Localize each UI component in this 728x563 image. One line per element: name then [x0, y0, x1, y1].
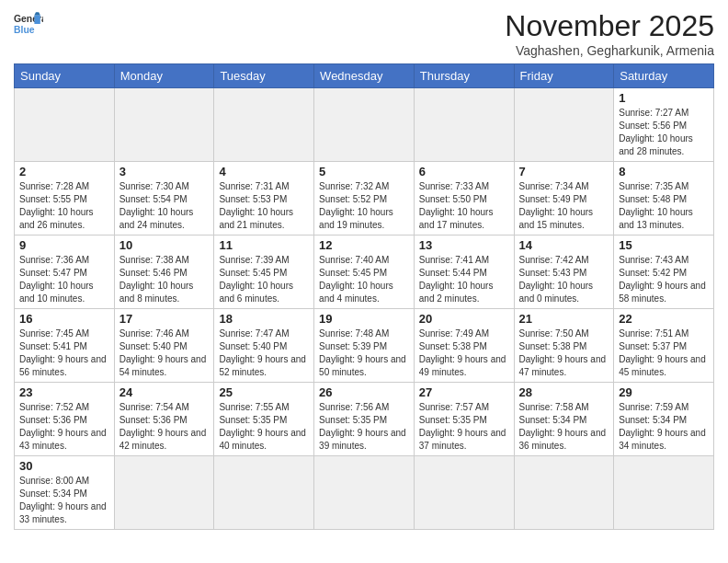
- day-number: 26: [319, 385, 409, 399]
- col-friday: Friday: [514, 64, 614, 88]
- day-number: 25: [219, 385, 309, 399]
- col-thursday: Thursday: [414, 64, 514, 88]
- day-info: Sunrise: 7:50 AM Sunset: 5:38 PM Dayligh…: [519, 327, 609, 379]
- day-info: Sunrise: 7:57 AM Sunset: 5:35 PM Dayligh…: [419, 401, 509, 453]
- calendar-day-cell: [15, 88, 115, 162]
- day-info: Sunrise: 7:58 AM Sunset: 5:34 PM Dayligh…: [519, 401, 609, 453]
- day-number: 28: [519, 385, 609, 399]
- calendar-day-cell: 30Sunrise: 8:00 AM Sunset: 5:34 PM Dayli…: [15, 456, 115, 530]
- day-number: 30: [19, 459, 109, 473]
- calendar-day-cell: 6Sunrise: 7:33 AM Sunset: 5:50 PM Daylig…: [414, 162, 514, 236]
- calendar-week-row: 9Sunrise: 7:36 AM Sunset: 5:47 PM Daylig…: [15, 236, 714, 309]
- day-number: 24: [119, 385, 210, 399]
- day-info: Sunrise: 7:51 AM Sunset: 5:37 PM Dayligh…: [619, 327, 709, 379]
- month-title: November 2025: [505, 9, 714, 43]
- calendar-body: 1Sunrise: 7:27 AM Sunset: 5:56 PM Daylig…: [15, 88, 714, 530]
- calendar-day-cell: 29Sunrise: 7:59 AM Sunset: 5:34 PM Dayli…: [614, 383, 714, 456]
- calendar-day-cell: 12Sunrise: 7:40 AM Sunset: 5:45 PM Dayli…: [314, 236, 415, 309]
- weekday-row: Sunday Monday Tuesday Wednesday Thursday…: [15, 64, 714, 88]
- day-number: 6: [419, 165, 509, 178]
- day-number: 15: [619, 238, 709, 252]
- calendar-week-row: 2Sunrise: 7:28 AM Sunset: 5:55 PM Daylig…: [15, 162, 714, 236]
- day-info: Sunrise: 7:42 AM Sunset: 5:43 PM Dayligh…: [519, 254, 609, 305]
- calendar-week-row: 16Sunrise: 7:45 AM Sunset: 5:41 PM Dayli…: [15, 309, 714, 383]
- day-number: 10: [119, 238, 210, 252]
- calendar-day-cell: 14Sunrise: 7:42 AM Sunset: 5:43 PM Dayli…: [514, 236, 614, 309]
- day-info: Sunrise: 7:45 AM Sunset: 5:41 PM Dayligh…: [19, 327, 109, 379]
- calendar-day-cell: 17Sunrise: 7:46 AM Sunset: 5:40 PM Dayli…: [114, 309, 214, 383]
- col-tuesday: Tuesday: [214, 64, 314, 88]
- logo-icon: General Blue: [14, 9, 43, 39]
- calendar-week-row: 1Sunrise: 7:27 AM Sunset: 5:56 PM Daylig…: [15, 88, 714, 162]
- day-info: Sunrise: 7:28 AM Sunset: 5:55 PM Dayligh…: [19, 180, 109, 232]
- day-info: Sunrise: 7:52 AM Sunset: 5:36 PM Dayligh…: [19, 401, 109, 453]
- day-number: 9: [19, 238, 109, 252]
- day-info: Sunrise: 7:43 AM Sunset: 5:42 PM Dayligh…: [619, 254, 709, 305]
- day-info: Sunrise: 7:48 AM Sunset: 5:39 PM Dayligh…: [319, 327, 409, 379]
- calendar-day-cell: [314, 88, 415, 162]
- day-number: 29: [619, 385, 709, 399]
- day-number: 2: [19, 165, 109, 178]
- day-number: 12: [319, 238, 409, 252]
- calendar-day-cell: [514, 88, 614, 162]
- calendar: Sunday Monday Tuesday Wednesday Thursday…: [14, 63, 714, 530]
- day-info: Sunrise: 7:40 AM Sunset: 5:45 PM Dayligh…: [319, 254, 409, 305]
- day-info: Sunrise: 7:38 AM Sunset: 5:46 PM Dayligh…: [119, 254, 210, 305]
- col-monday: Monday: [114, 64, 214, 88]
- calendar-day-cell: 15Sunrise: 7:43 AM Sunset: 5:42 PM Dayli…: [614, 236, 714, 309]
- calendar-day-cell: 28Sunrise: 7:58 AM Sunset: 5:34 PM Dayli…: [514, 383, 614, 456]
- day-info: Sunrise: 7:54 AM Sunset: 5:36 PM Dayligh…: [119, 401, 210, 453]
- day-info: Sunrise: 7:32 AM Sunset: 5:52 PM Dayligh…: [319, 180, 409, 232]
- day-info: Sunrise: 7:34 AM Sunset: 5:49 PM Dayligh…: [519, 180, 609, 232]
- calendar-day-cell: [414, 456, 514, 530]
- day-info: Sunrise: 7:41 AM Sunset: 5:44 PM Dayligh…: [419, 254, 509, 305]
- day-info: Sunrise: 7:36 AM Sunset: 5:47 PM Dayligh…: [19, 254, 109, 305]
- day-number: 5: [319, 165, 409, 178]
- calendar-day-cell: [214, 456, 314, 530]
- col-saturday: Saturday: [614, 64, 714, 88]
- calendar-day-cell: 9Sunrise: 7:36 AM Sunset: 5:47 PM Daylig…: [15, 236, 115, 309]
- calendar-day-cell: [614, 456, 714, 530]
- day-info: Sunrise: 7:55 AM Sunset: 5:35 PM Dayligh…: [219, 401, 309, 453]
- day-number: 27: [419, 385, 509, 399]
- svg-text:Blue: Blue: [14, 25, 35, 35]
- calendar-day-cell: 16Sunrise: 7:45 AM Sunset: 5:41 PM Dayli…: [15, 309, 115, 383]
- col-wednesday: Wednesday: [314, 64, 415, 88]
- calendar-day-cell: 23Sunrise: 7:52 AM Sunset: 5:36 PM Dayli…: [15, 383, 115, 456]
- calendar-day-cell: 7Sunrise: 7:34 AM Sunset: 5:49 PM Daylig…: [514, 162, 614, 236]
- calendar-day-cell: [414, 88, 514, 162]
- svg-marker-2: [34, 15, 40, 24]
- day-info: Sunrise: 7:30 AM Sunset: 5:54 PM Dayligh…: [119, 180, 210, 232]
- day-number: 11: [219, 238, 309, 252]
- calendar-day-cell: 25Sunrise: 7:55 AM Sunset: 5:35 PM Dayli…: [214, 383, 314, 456]
- calendar-day-cell: 20Sunrise: 7:49 AM Sunset: 5:38 PM Dayli…: [414, 309, 514, 383]
- calendar-day-cell: [114, 88, 214, 162]
- day-number: 20: [419, 312, 509, 326]
- day-info: Sunrise: 7:35 AM Sunset: 5:48 PM Dayligh…: [619, 180, 709, 232]
- day-info: Sunrise: 7:33 AM Sunset: 5:50 PM Dayligh…: [419, 180, 509, 232]
- page: General Blue November 2025 Vaghashen, Ge…: [0, 0, 728, 563]
- day-info: Sunrise: 7:31 AM Sunset: 5:53 PM Dayligh…: [219, 180, 309, 232]
- calendar-day-cell: 2Sunrise: 7:28 AM Sunset: 5:55 PM Daylig…: [15, 162, 115, 236]
- day-number: 18: [219, 312, 309, 326]
- calendar-day-cell: [314, 456, 415, 530]
- day-number: 8: [619, 165, 709, 178]
- calendar-header: Sunday Monday Tuesday Wednesday Thursday…: [15, 64, 714, 88]
- col-sunday: Sunday: [15, 64, 115, 88]
- calendar-day-cell: 8Sunrise: 7:35 AM Sunset: 5:48 PM Daylig…: [614, 162, 714, 236]
- calendar-day-cell: 24Sunrise: 7:54 AM Sunset: 5:36 PM Dayli…: [114, 383, 214, 456]
- day-info: Sunrise: 7:39 AM Sunset: 5:45 PM Dayligh…: [219, 254, 309, 305]
- day-number: 23: [19, 385, 109, 399]
- calendar-week-row: 23Sunrise: 7:52 AM Sunset: 5:36 PM Dayli…: [15, 383, 714, 456]
- day-number: 14: [519, 238, 609, 252]
- calendar-day-cell: 5Sunrise: 7:32 AM Sunset: 5:52 PM Daylig…: [314, 162, 415, 236]
- day-info: Sunrise: 7:56 AM Sunset: 5:35 PM Dayligh…: [319, 401, 409, 453]
- day-info: Sunrise: 7:59 AM Sunset: 5:34 PM Dayligh…: [619, 401, 709, 453]
- calendar-day-cell: [214, 88, 314, 162]
- day-number: 16: [19, 312, 109, 326]
- day-number: 13: [419, 238, 509, 252]
- calendar-week-row: 30Sunrise: 8:00 AM Sunset: 5:34 PM Dayli…: [15, 456, 714, 530]
- day-number: 7: [519, 165, 609, 178]
- day-number: 19: [319, 312, 409, 326]
- calendar-day-cell: [514, 456, 614, 530]
